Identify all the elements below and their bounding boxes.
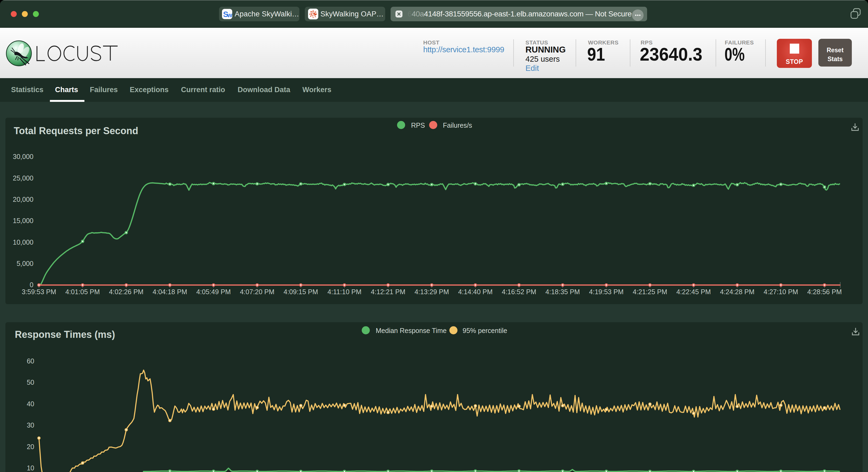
svg-text:4:05:49 PM: 4:05:49 PM [196, 288, 231, 296]
svg-text:4:01:05 PM: 4:01:05 PM [65, 288, 100, 296]
svg-text:60: 60 [27, 357, 34, 365]
svg-text:30,000: 30,000 [13, 153, 33, 160]
svg-text:4:02:26 PM: 4:02:26 PM [109, 288, 144, 296]
svg-text:4:21:25 PM: 4:21:25 PM [633, 288, 667, 296]
svg-text:10: 10 [27, 464, 34, 472]
svg-text:4:24:28 PM: 4:24:28 PM [720, 288, 754, 296]
svg-text:5,000: 5,000 [17, 260, 33, 267]
svg-text:30: 30 [27, 422, 34, 429]
svg-text:4:12:21 PM: 4:12:21 PM [371, 288, 405, 296]
svg-text:4:07:20 PM: 4:07:20 PM [240, 288, 274, 296]
svg-text:4:18:35 PM: 4:18:35 PM [546, 288, 580, 296]
svg-text:4:27:10 PM: 4:27:10 PM [764, 288, 798, 296]
svg-text:4:14:40 PM: 4:14:40 PM [458, 288, 493, 296]
svg-text:10,000: 10,000 [13, 238, 33, 246]
svg-text:w: w [227, 11, 232, 19]
svg-text:3:59:53 PM: 3:59:53 PM [22, 288, 56, 296]
svg-text:20: 20 [27, 443, 34, 450]
svg-text:4:28:56 PM: 4:28:56 PM [807, 288, 842, 296]
svg-text:20,000: 20,000 [13, 196, 33, 203]
svg-text:4:13:29 PM: 4:13:29 PM [414, 288, 449, 296]
svg-text:50: 50 [27, 378, 34, 386]
svg-text:4:16:52 PM: 4:16:52 PM [502, 288, 536, 296]
svg-text:4:19:53 PM: 4:19:53 PM [589, 288, 624, 296]
svg-text:0: 0 [30, 281, 33, 289]
svg-text:25,000: 25,000 [13, 174, 33, 182]
svg-text:4:22:45 PM: 4:22:45 PM [676, 288, 711, 296]
svg-text:4:09:15 PM: 4:09:15 PM [283, 288, 318, 296]
svg-text:4:04:18 PM: 4:04:18 PM [153, 288, 187, 296]
svg-text:40: 40 [27, 400, 34, 408]
svg-text:15,000: 15,000 [13, 217, 33, 225]
svg-text:4:11:10 PM: 4:11:10 PM [328, 288, 362, 296]
